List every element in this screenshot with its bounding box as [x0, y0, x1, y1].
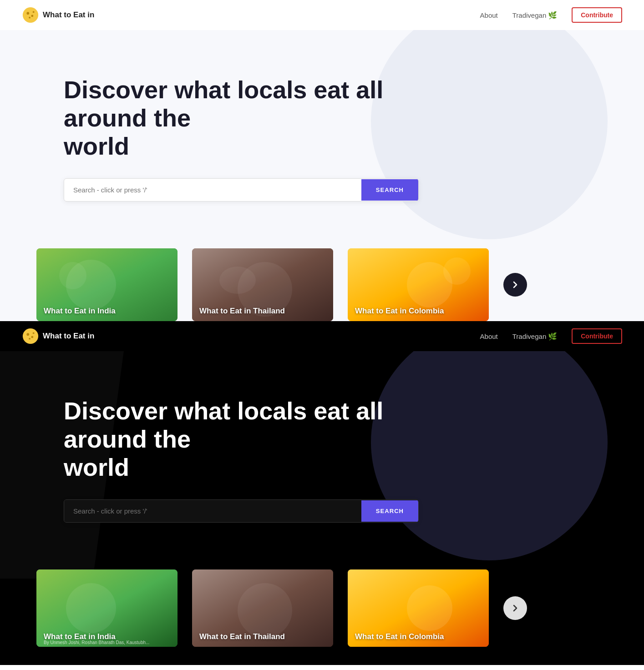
navbar-light: What to Eat in About Tradivegan 🌿 Contri… — [0, 0, 644, 30]
card-colombia-dark[interactable]: What to Eat in Colombia — [348, 569, 489, 647]
svg-point-17 — [29, 338, 30, 340]
svg-point-14 — [23, 328, 38, 344]
search-bar: SEARCH — [64, 178, 419, 202]
svg-point-3 — [29, 17, 30, 19]
card-thailand-dark[interactable]: What to Eat in Thailand — [192, 569, 333, 647]
card-india-label: What to Eat in India — [44, 307, 116, 316]
section-light: What to Eat in About Tradivegan 🌿 Contri… — [0, 0, 644, 321]
hero-content-dark: Discover what locals eat all around the … — [0, 351, 446, 550]
chevron-right-icon-light — [511, 280, 520, 289]
about-link-dark[interactable]: About — [480, 332, 498, 340]
leaf-icon-dark: 🌿 — [548, 332, 557, 341]
logo-link[interactable]: What to Eat in — [22, 6, 94, 24]
about-link[interactable]: About — [480, 11, 498, 19]
card-india-sublabel-dark: By Unmesh Joshi, Roshan Bharath Das, Kau… — [44, 640, 149, 645]
svg-point-4 — [33, 11, 35, 13]
tradivegan-link-dark[interactable]: Tradivegan 🌿 — [512, 332, 558, 341]
tradivegan-label-dark: Tradivegan — [512, 332, 547, 340]
card-india-dark[interactable]: What to Eat in India By Unmesh Joshi, Ro… — [36, 569, 177, 647]
card-india[interactable]: What to Eat in India — [36, 248, 177, 321]
card-colombia[interactable]: What to Eat in Colombia — [348, 248, 489, 321]
leaf-icon: 🌿 — [548, 11, 557, 20]
next-button-light[interactable] — [503, 273, 527, 297]
nav-links: About Tradivegan 🌿 Contribute — [480, 7, 622, 23]
svg-point-22 — [238, 583, 292, 638]
search-button-dark[interactable]: SEARCH — [361, 500, 418, 522]
logo-link-dark[interactable]: What to Eat in — [22, 327, 94, 345]
chevron-right-icon-dark — [511, 604, 520, 613]
card-thailand-label-dark: What to Eat in Thailand — [199, 632, 285, 641]
contribute-button[interactable]: Contribute — [572, 7, 622, 23]
nav-links-dark: About Tradivegan 🌿 Contribute — [480, 328, 622, 344]
card-thailand[interactable]: What to Eat in Thailand — [192, 248, 333, 321]
tradivegan-label: Tradivegan — [512, 11, 547, 19]
dark-bottom-spacer — [0, 647, 644, 665]
svg-point-7 — [59, 262, 86, 289]
svg-point-10 — [219, 267, 256, 294]
card-colombia-label: What to Eat in Colombia — [355, 307, 444, 316]
logo-text-dark: What to Eat in — [43, 332, 94, 341]
card-thailand-label: What to Eat in Thailand — [199, 307, 285, 316]
card-colombia-label-dark: What to Eat in Colombia — [355, 632, 444, 641]
svg-point-24 — [407, 585, 452, 631]
navbar-dark: What to Eat in About Tradivegan 🌿 Contri… — [0, 321, 644, 351]
search-input-dark[interactable] — [64, 500, 361, 522]
search-button[interactable]: SEARCH — [361, 179, 418, 201]
section-dark: What to Eat in About Tradivegan 🌿 Contri… — [0, 321, 644, 665]
next-button-dark[interactable] — [503, 596, 527, 620]
hero-content: Discover what locals eat all around the … — [0, 30, 446, 229]
hero-light: Discover what locals eat all around the … — [0, 30, 644, 257]
svg-point-1 — [26, 12, 29, 15]
svg-point-2 — [31, 15, 33, 17]
tradivegan-link[interactable]: Tradivegan 🌿 — [512, 11, 558, 20]
hero-title-dark: Discover what locals eat all around the … — [64, 397, 424, 481]
svg-point-0 — [23, 7, 38, 23]
search-bar-dark: SEARCH — [64, 499, 419, 523]
svg-point-15 — [26, 333, 29, 336]
search-input[interactable] — [64, 179, 361, 201]
svg-point-20 — [66, 583, 116, 633]
logo-icon-dark — [22, 327, 39, 345]
svg-point-18 — [33, 332, 35, 334]
logo-icon — [22, 6, 39, 24]
hero-title: Discover what locals eat all around the … — [64, 76, 424, 160]
svg-point-13 — [443, 257, 471, 285]
svg-point-16 — [31, 336, 33, 338]
contribute-button-dark[interactable]: Contribute — [572, 328, 622, 344]
cards-row-light: What to Eat in India What to Eat in Thai… — [0, 248, 644, 321]
logo-text: What to Eat in — [43, 10, 94, 20]
hero-dark: Discover what locals eat all around the … — [0, 351, 644, 579]
cards-row-dark: What to Eat in India By Unmesh Joshi, Ro… — [0, 569, 644, 647]
